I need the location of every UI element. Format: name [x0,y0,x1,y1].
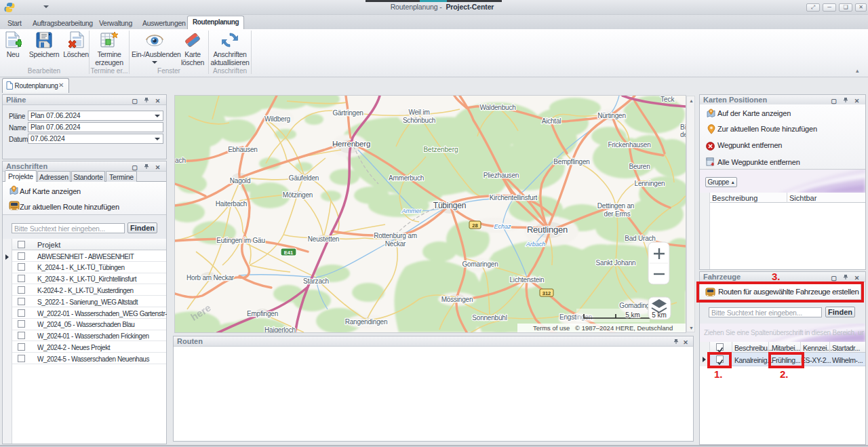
svg-text:Arbach: Arbach [526,241,546,248]
svg-text:Mötzingen: Mötzingen [283,191,313,199]
svg-text:Ammerbuch: Ammerbuch [389,174,424,182]
svg-text:Rangendingen: Rangendingen [345,318,388,326]
svg-text:Bad Urach: Bad Urach [625,235,655,242]
svg-text:de: de [680,131,686,138]
svg-text:Gomaringen: Gomaringen [462,260,498,268]
svg-text:Waldenbuch: Waldenbuch [479,104,515,111]
svg-text:Reutlingen: Reutlingen [527,225,568,235]
svg-text:Ammer: Ammer [401,208,422,214]
svg-text:Echaz: Echaz [494,223,511,230]
svg-text:Gäufelden: Gäufelden [289,174,319,182]
svg-text:der Erms: der Erms [604,210,631,218]
svg-text:Lenningen: Lenningen [635,180,665,187]
svg-text:Nürtingen: Nürtingen [597,112,626,119]
svg-text:Nagold: Nagold [230,177,251,184]
svg-text:Terms of use: Terms of use [533,324,570,332]
svg-text:Betzenberg: Betzenberg [423,146,458,153]
svg-text:Wildberg: Wildberg [264,115,290,123]
svg-text:E41: E41 [284,250,293,256]
svg-text:Starzach: Starzach [303,277,329,285]
svg-text:Lichtenstein: Lichtenstein [510,276,545,284]
svg-text:Teck: Teck [660,96,675,103]
svg-text:Sonnenbühl: Sonnenbühl [472,314,507,322]
svg-text:ach: ach [175,157,186,164]
svg-text:Neustetten: Neustetten [308,235,339,243]
svg-text:Haigerloch: Haigerloch [264,326,296,332]
svg-text:Haiterbach: Haiterbach [216,200,247,208]
svg-text:Schönbuch: Schönbuch [403,117,435,124]
svg-text:Sankt Johann: Sankt Johann [596,259,636,267]
svg-text:Gärtringen: Gärtringen [332,109,363,117]
svg-text:5 km: 5 km [625,311,640,319]
svg-text:Bi: Bi [680,123,686,131]
svg-text:Herrenberg: Herrenberg [332,140,370,148]
svg-text:Pliezhausen: Pliezhausen [484,172,519,179]
svg-text:Ebhausen: Ebhausen [228,146,257,153]
svg-text:Eutingen im Gäu: Eutingen im Gäu [216,237,265,244]
svg-text:Kirchentellinsfurt: Kirchentellinsfurt [490,194,538,201]
svg-text:Dettingen an: Dettingen an [597,202,634,210]
svg-text:Frickenhausen: Frickenhausen [608,141,651,149]
svg-text:Tübingen: Tübingen [433,201,466,210]
svg-text:28: 28 [472,222,477,229]
svg-text:312: 312 [542,290,551,296]
svg-text:Beuren: Beuren [629,163,650,170]
svg-text:Empfingen: Empfingen [247,310,278,317]
svg-text:Bempflingen: Bempflingen [553,158,589,166]
svg-text:Rottenburg am: Rottenburg am [374,232,417,239]
svg-text:Horb am Neckar: Horb am Neckar [186,274,235,281]
svg-text:© 1987–2024 HERE, Deutschland: © 1987–2024 HERE, Deutschland [575,324,673,332]
svg-text:Aichtal: Aichtal [542,117,561,125]
svg-text:5 km: 5 km [652,311,667,319]
svg-text:Weil im: Weil im [408,109,429,116]
svg-text:Mössingen: Mössingen [441,296,473,303]
svg-text:Neckar: Neckar [385,240,406,248]
